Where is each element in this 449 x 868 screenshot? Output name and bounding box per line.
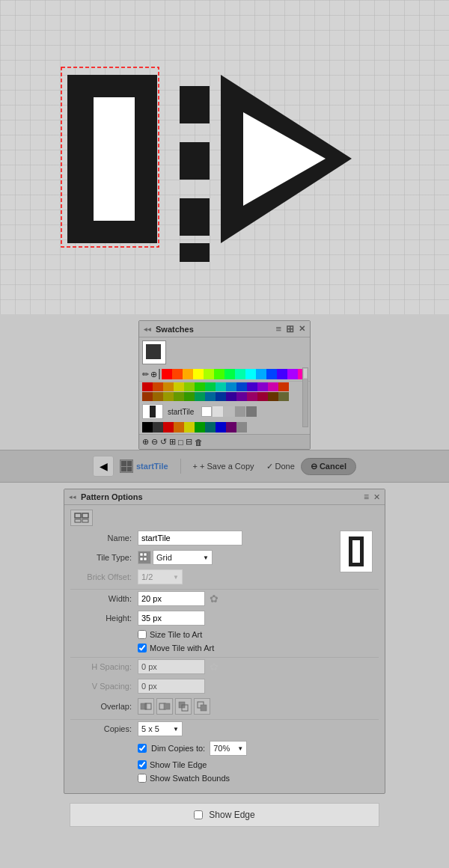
swatch-square-icon[interactable]: □ [178, 438, 183, 447]
done-button[interactable]: ✓ Done [260, 459, 301, 474]
swatch-cell[interactable] [278, 382, 289, 391]
show-tile-edge-checkbox[interactable] [138, 760, 147, 769]
name-input[interactable] [138, 531, 242, 545]
swatch-red[interactable] [162, 369, 172, 379]
swatches-close-icon[interactable]: ✕ [299, 324, 305, 334]
swatch-darkgray[interactable] [153, 422, 163, 433]
swatch-cell[interactable] [174, 392, 184, 401]
gray-swatch[interactable] [235, 406, 245, 417]
swatch-cell[interactable] [163, 382, 174, 391]
width-input[interactable] [138, 591, 205, 606]
show-edge-checkbox[interactable] [194, 810, 203, 819]
swatch-cell[interactable] [195, 392, 205, 401]
pencil-icon[interactable]: ✏ [142, 370, 149, 379]
swatch-cell[interactable] [184, 382, 195, 391]
swatch-cell[interactable] [257, 382, 268, 391]
pattern-close-icon[interactable]: ✕ [373, 492, 380, 502]
swatch-grid2-icon[interactable]: ⊞ [169, 437, 176, 447]
swatch-green[interactable] [214, 369, 224, 379]
swatches-panel: ◂◂ Swatches ≡ ⊞ ✕ ✏ ⊕ [138, 320, 311, 450]
swatch-blue[interactable] [266, 369, 277, 379]
swatch-cell[interactable] [163, 392, 174, 401]
swatch-teal2[interactable] [205, 422, 216, 433]
swatch-yellow-orange[interactable] [183, 369, 193, 379]
overlap-btn-3[interactable] [175, 698, 192, 715]
swatch-gray[interactable] [236, 422, 247, 433]
dim-percent-select[interactable]: 70% ▼ [210, 741, 247, 756]
swatch-yellow[interactable] [193, 369, 204, 379]
swatch-cell[interactable] [153, 392, 163, 401]
swatch-purple[interactable] [287, 369, 298, 379]
swatch-green2[interactable] [224, 369, 235, 379]
swatch-cell[interactable] [184, 392, 195, 401]
width-link-icon[interactable]: ✿ [210, 593, 219, 605]
swatch-cell[interactable] [247, 382, 257, 391]
scrollbar[interactable] [302, 367, 308, 427]
swatch-cell[interactable] [153, 382, 163, 391]
swatch-cell[interactable] [216, 382, 226, 391]
pattern-expand-button[interactable] [70, 510, 93, 526]
swatch-cell[interactable] [268, 382, 278, 391]
swatches-top [139, 337, 310, 367]
size-tile-checkbox[interactable] [138, 630, 147, 639]
overlap-btn-4[interactable] [194, 698, 210, 715]
show-swatch-bounds-checkbox[interactable] [138, 774, 147, 783]
gray-swatch[interactable] [201, 406, 212, 417]
swatch-cell[interactable] [226, 382, 236, 391]
swatch-cell[interactable] [257, 392, 268, 401]
swatch-orange2[interactable] [174, 422, 184, 433]
swatch-sky[interactable] [256, 369, 266, 379]
swatch-cyan[interactable] [245, 369, 256, 379]
swatch-cell[interactable] [236, 382, 247, 391]
form-separator2 [70, 657, 379, 658]
swatch-yellow2[interactable] [184, 422, 195, 433]
swatch-red2[interactable] [163, 422, 174, 433]
swatches-grid-icon[interactable]: ⊞ [286, 323, 294, 334]
move-tile-checkbox[interactable] [138, 644, 147, 652]
swatch-trash-icon[interactable]: 🗑 [195, 438, 203, 447]
back-button[interactable]: ◀ [93, 456, 114, 477]
swatch-purple2[interactable] [226, 422, 236, 433]
overlap-btn-2[interactable] [156, 698, 173, 715]
pattern-menu-icon[interactable]: ≡ [364, 492, 369, 502]
gray-swatch[interactable] [213, 406, 223, 417]
swatch-cell[interactable] [205, 382, 216, 391]
swatch-cell[interactable] [247, 392, 257, 401]
swatches-list-icon[interactable]: ≡ [275, 323, 281, 334]
swatch-minus-icon[interactable]: ⊟ [186, 437, 192, 447]
swatch-black[interactable] [142, 422, 153, 433]
height-input[interactable] [138, 611, 205, 626]
swatch-subtract-icon[interactable]: ⊖ [151, 437, 158, 447]
copies-select[interactable]: 5 x 5 ▼ [138, 721, 183, 736]
gray-swatch[interactable] [224, 406, 234, 417]
overlap-label: Overlap: [70, 702, 138, 711]
swatch-cell[interactable] [268, 392, 278, 401]
cancel-button[interactable]: ⊖ Cancel [301, 458, 356, 475]
tile-type-select[interactable]: Grid ▼ [153, 550, 213, 565]
white-swatch[interactable] [159, 369, 160, 379]
swatch-cell[interactable] [236, 392, 247, 401]
swatch-blue2[interactable] [216, 422, 226, 433]
swatch-orange[interactable] [172, 369, 183, 379]
overlap-btn-1[interactable] [138, 698, 154, 715]
circle-icon[interactable]: ⊕ [150, 370, 157, 379]
swatch-teal[interactable] [235, 369, 245, 379]
swatch-violet[interactable] [277, 369, 287, 379]
swatch-cell[interactable] [195, 382, 205, 391]
swatch-cell[interactable] [174, 382, 184, 391]
start-tile-preview[interactable] [142, 404, 163, 419]
swatch-cell[interactable] [278, 392, 289, 401]
swatch-cell[interactable] [226, 392, 236, 401]
swatch-cell[interactable] [205, 392, 216, 401]
swatch-yellow-green[interactable] [204, 369, 214, 379]
scrollbar-thumb[interactable] [303, 368, 308, 379]
swatch-cell[interactable] [142, 392, 153, 401]
gray-swatch[interactable] [246, 406, 257, 417]
swatch-cell[interactable] [216, 392, 226, 401]
swatch-reset-icon[interactable]: ↺ [160, 437, 167, 447]
save-copy-button[interactable]: + + Save a Copy [187, 459, 260, 474]
dim-copies-checkbox[interactable] [138, 744, 147, 753]
swatch-green3[interactable] [195, 422, 205, 433]
swatch-add-icon[interactable]: ⊕ [142, 437, 149, 447]
swatch-cell[interactable] [142, 382, 153, 391]
